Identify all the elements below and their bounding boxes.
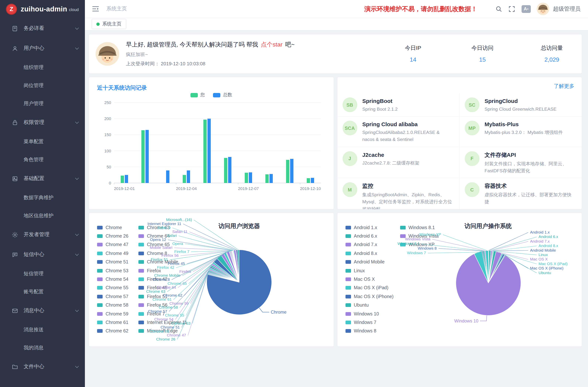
pie-slice-Chrome 54[interactable]	[209, 269, 239, 282]
sidebar-item-3[interactable]: 基础配置	[0, 169, 85, 188]
pie-slice-Ubuntu[interactable]	[488, 255, 505, 283]
bar-总数[interactable]	[208, 119, 211, 183]
fullscreen-icon[interactable]	[509, 6, 515, 12]
sidebar-subitem[interactable]: 我的消息	[0, 339, 85, 357]
legend-item[interactable]: Android 1.x	[345, 223, 400, 232]
legend-item[interactable]: Chrome 59	[97, 309, 138, 318]
legend-item[interactable]: Chrome 61	[97, 318, 138, 327]
star-link[interactable]: 点个star	[261, 41, 282, 47]
pie-slice-Chrome 57[interactable]	[210, 266, 239, 282]
bar-您[interactable]	[307, 178, 310, 183]
pie-slice-Firefox[interactable]	[227, 251, 239, 282]
legend-item[interactable]: Android 7.x	[345, 241, 400, 249]
sidebar-subitem[interactable]: 组织管理	[0, 58, 85, 76]
pie-slice-Windows 10[interactable]	[456, 254, 521, 315]
legend-item[interactable]: 总数	[213, 92, 232, 98]
pie-slice-Chrome 49[interactable]	[208, 272, 239, 282]
pie-slice-Chrome 64[interactable]	[221, 254, 239, 282]
legend-item[interactable]: Firefox 51	[138, 292, 180, 301]
sidebar-subitem[interactable]: 用户管理	[0, 94, 85, 113]
legend-item[interactable]: Windows Vista	[400, 232, 455, 241]
legend-item[interactable]: Chrome 26	[97, 232, 138, 241]
pie-slice-Windows 7[interactable]	[474, 251, 488, 283]
pie-slice-Firefox 45[interactable]	[230, 251, 239, 282]
pie-slice-Safari 9[interactable]	[236, 250, 239, 282]
pie-slice-Android 7.x[interactable]	[488, 251, 492, 283]
pie-slice-Chrome 26[interactable]	[208, 274, 239, 282]
pie-slice-Windows 8.1[interactable]	[483, 251, 488, 283]
bar-您[interactable]	[203, 120, 207, 183]
bar-总数[interactable]	[270, 174, 273, 183]
font-size-icon[interactable]: A+	[522, 5, 531, 13]
legend-item[interactable]: Windows XP	[400, 241, 455, 249]
legend-item[interactable]: Chrome 54	[97, 275, 138, 284]
pie-slice-Linux[interactable]	[488, 251, 496, 283]
legend-item[interactable]: Chrome 58	[97, 301, 138, 309]
pie-slice-Chrome 53[interactable]	[209, 270, 239, 282]
bar-您[interactable]	[141, 130, 145, 183]
legend-item[interactable]: Mac OS X (iPad)	[345, 284, 400, 292]
search-icon[interactable]	[496, 6, 502, 12]
pie-slice-Windows 8[interactable]	[482, 251, 488, 283]
legend-item[interactable]: Firefox 45	[138, 284, 180, 292]
logo[interactable]: Z zuihou-admin cloud	[0, 0, 85, 19]
pie-slice-Chrome[interactable]	[207, 250, 272, 315]
pie-slice-Chrome 55[interactable]	[210, 268, 239, 282]
bar-总数[interactable]	[125, 175, 128, 183]
bar-您[interactable]	[245, 173, 248, 183]
legend-item[interactable]: Windows 10	[345, 309, 400, 318]
legend-item[interactable]: Chrome 49	[97, 249, 138, 258]
breadcrumb[interactable]: 系统主页	[106, 5, 127, 12]
pie-slice-Android 6.x[interactable]	[488, 250, 491, 283]
sidebar-subitem[interactable]: 消息推送	[0, 321, 85, 339]
legend-item[interactable]: Chrome 65	[138, 241, 180, 249]
legend-item[interactable]: Chrome 57	[97, 292, 138, 301]
legend-item[interactable]: Microsoft Edge	[138, 327, 180, 335]
bar-您[interactable]	[265, 174, 269, 183]
legend-item[interactable]: Chrome 62	[97, 327, 138, 335]
pie-slice-Opera 12[interactable]	[233, 250, 239, 282]
sidebar-subitem[interactable]: 地区信息维护	[0, 207, 85, 225]
legend-item[interactable]: Mac OS X (iPhone)	[345, 292, 400, 301]
legend-item[interactable]: Ubuntu	[345, 301, 400, 309]
sidebar-subitem[interactable]: 短信管理	[0, 265, 85, 283]
pie-slice-Chrome 62[interactable]	[214, 258, 239, 282]
pie-slice-Safari[interactable]	[233, 250, 239, 282]
pie-slice-Android 1.x[interactable]	[488, 250, 489, 283]
sidebar-item-0[interactable]: 务必详看	[0, 19, 85, 38]
sidebar-subitem[interactable]: 数据字典维护	[0, 188, 85, 207]
sidebar-item-6[interactable]: 消息中心	[0, 301, 85, 321]
legend-item[interactable]: Chrome 53	[97, 266, 138, 275]
pie-slice-Chrome 61[interactable]	[213, 262, 239, 282]
legend-item[interactable]: Windows 7	[345, 318, 400, 327]
pie-slice-Opera[interactable]	[232, 250, 239, 282]
pie-slice-Internet Explorer 11[interactable]	[236, 250, 239, 282]
bar-总数[interactable]	[311, 178, 314, 183]
pie-slice-Firefox 51[interactable]	[230, 251, 239, 282]
pie-slice-Mac OS X[interactable]	[488, 251, 502, 283]
sidebar-subitem[interactable]: 账号配置	[0, 283, 85, 301]
legend-item[interactable]: Chrome 47	[97, 241, 138, 249]
pie-slice-Mobile Safari[interactable]	[232, 250, 239, 282]
bar-总数[interactable]	[228, 157, 231, 183]
sidebar-item-2[interactable]: 权限管理	[0, 113, 85, 132]
pie-slice-Chrome 47[interactable]	[208, 273, 239, 282]
pie-slice-Chrome 51[interactable]	[208, 271, 239, 282]
legend-item[interactable]: Chrome Mobile	[138, 258, 180, 266]
pie-slice-Mac OS X (iPad)[interactable]	[488, 253, 503, 283]
pie-slice-Chrome 65[interactable]	[224, 253, 239, 282]
legend-item[interactable]: Chrome 63	[138, 223, 180, 232]
pie-slice-Chrome 58[interactable]	[211, 265, 239, 282]
pie-slice-Firefox 42[interactable]	[229, 251, 239, 282]
sidebar-subitem[interactable]: 菜单配置	[0, 132, 85, 150]
sidebar-subitem[interactable]: 岗位管理	[0, 76, 85, 94]
sidebar-item-7[interactable]: 文件中心	[0, 357, 85, 377]
pie-slice-Safari 11[interactable]	[234, 250, 239, 282]
bar-您[interactable]	[286, 160, 289, 183]
legend-item[interactable]: Firefox 42	[138, 275, 180, 284]
pie-slice-Chrome 63[interactable]	[217, 255, 239, 282]
legend-item[interactable]: Firefox	[138, 266, 180, 275]
legend-item[interactable]: Chrome	[97, 223, 138, 232]
user-avatar[interactable]	[537, 2, 549, 15]
legend-item[interactable]: Chrome 55	[97, 284, 138, 292]
